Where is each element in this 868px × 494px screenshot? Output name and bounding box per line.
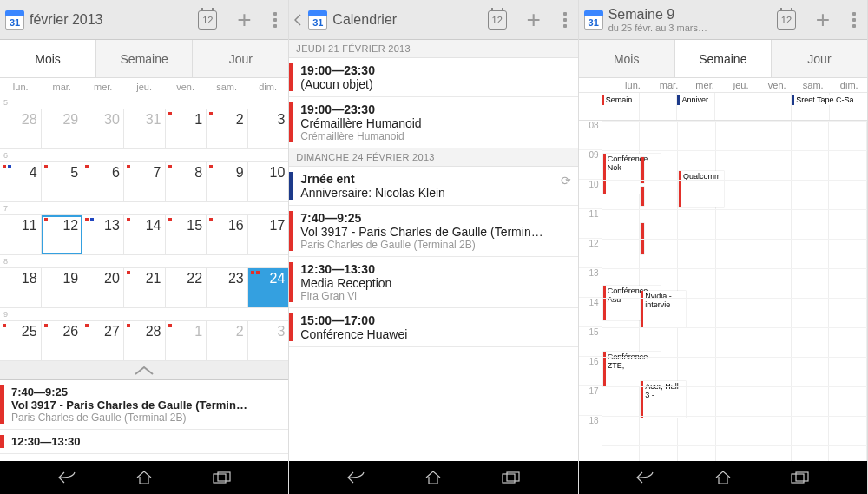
add-button[interactable]: + <box>231 6 257 34</box>
allday-cell[interactable] <box>640 93 678 120</box>
hour-label: 09 <box>579 150 602 180</box>
today-icon[interactable]: 12 <box>198 10 217 30</box>
overflow-menu-icon[interactable] <box>267 9 283 31</box>
day-cell[interactable]: 2 <box>207 321 248 360</box>
nav-back-icon[interactable] <box>634 470 656 485</box>
day-cell[interactable]: 17 <box>248 215 289 254</box>
event-item[interactable]: 19:00—23:30Crémaillère HumanoidCrémaillè… <box>289 97 577 148</box>
event-item[interactable]: 7:40—9:25Vol 3917 - Paris Charles de Gau… <box>0 380 288 430</box>
day-cell[interactable]: 13 <box>82 215 124 254</box>
today-icon[interactable]: 12 <box>777 10 796 30</box>
day-cell[interactable]: 22 <box>166 268 207 307</box>
week-col[interactable] <box>829 121 867 461</box>
day-cell[interactable]: 26 <box>42 321 83 360</box>
day-cell[interactable]: 14 <box>124 215 166 254</box>
nav-back-icon[interactable] <box>345 470 367 485</box>
calendar-icon[interactable]: 31 <box>584 10 603 30</box>
day-cell[interactable]: 24 <box>248 268 289 307</box>
day-cell[interactable]: 4 <box>0 162 42 201</box>
expand-handle[interactable] <box>0 361 288 380</box>
day-cell[interactable]: 23 <box>207 268 248 307</box>
tab-month[interactable]: Mois <box>579 40 675 77</box>
month-grid: 5282930311236456789107111213141516178181… <box>0 96 288 361</box>
allday-cell[interactable]: Anniver <box>677 93 715 120</box>
day-cell[interactable]: 6 <box>82 162 124 201</box>
hour-label: 08 <box>579 121 602 150</box>
event-item[interactable]: 19:00—23:30(Aucun objet) <box>289 58 577 97</box>
section-header: DIMANCHE 24 FÉVRIER 2013 <box>289 148 577 167</box>
day-cell[interactable]: 3 <box>248 321 289 360</box>
nav-recent-icon[interactable] <box>211 470 233 485</box>
allday-row: SemainAnniverSreet Tape C-Sa <box>579 93 867 121</box>
event-item[interactable]: 12:30—13:30Media ReceptionFira Gran Vi <box>289 257 577 308</box>
tab-day[interactable]: Jour <box>193 40 288 77</box>
nav-recent-icon[interactable] <box>789 470 812 485</box>
day-cell[interactable]: 16 <box>207 215 248 254</box>
day-cell[interactable]: 29 <box>42 109 83 148</box>
add-button[interactable]: + <box>810 6 836 34</box>
day-cell[interactable]: 19 <box>42 268 83 307</box>
week-grid: 0809101112131415161718 Conférence NokCon… <box>579 121 867 461</box>
day-cell[interactable]: 18 <box>0 268 42 307</box>
day-cell[interactable]: 1 <box>166 321 207 360</box>
week-col[interactable] <box>716 121 754 461</box>
week-col[interactable] <box>753 121 792 461</box>
day-cell[interactable]: 25 <box>0 321 42 360</box>
nav-home-icon[interactable] <box>422 470 444 485</box>
allday-cell[interactable]: Sreet Tape C-Sa <box>792 93 830 120</box>
week-event[interactable] <box>641 187 644 206</box>
day-cell[interactable]: 20 <box>82 268 124 307</box>
day-cell[interactable]: 1 <box>166 109 207 148</box>
tab-month[interactable]: Mois <box>0 40 96 77</box>
day-cell[interactable]: 27 <box>82 321 124 360</box>
week-col[interactable]: Nvidia - intervieAcer, Hall 3 - <box>640 121 678 461</box>
calendar-icon[interactable]: 31 <box>308 10 327 30</box>
header-title[interactable]: février 2013 <box>30 12 193 28</box>
day-cell[interactable]: 31 <box>124 109 166 148</box>
event-item[interactable]: 7:40—9:25Vol 3917 - Paris Charles de Gau… <box>289 206 577 257</box>
week-col[interactable]: Conférence NokConférence AsuConférence Z… <box>602 121 641 461</box>
repeat-icon: ⟳ <box>561 174 571 188</box>
allday-chip[interactable]: Anniver <box>677 95 714 105</box>
day-cell[interactable]: 10 <box>248 162 289 201</box>
tab-day[interactable]: Jour <box>772 40 867 77</box>
today-icon[interactable]: 12 <box>488 10 507 30</box>
event-item[interactable]: 12:30—13:30 <box>0 430 288 454</box>
day-cell[interactable]: 28 <box>124 321 166 360</box>
event-item[interactable]: 15:00—17:00Conférence Huawei <box>289 308 577 347</box>
day-cell[interactable]: 9 <box>207 162 248 201</box>
day-cell[interactable]: 28 <box>0 109 42 148</box>
day-cell[interactable]: 21 <box>124 268 166 307</box>
day-cell[interactable]: 30 <box>82 109 124 148</box>
day-cell[interactable]: 11 <box>0 215 42 254</box>
day-cell[interactable]: 15 <box>166 215 207 254</box>
add-button[interactable]: + <box>521 6 547 34</box>
overflow-menu-icon[interactable] <box>846 9 862 31</box>
day-cell[interactable]: 8 <box>166 162 207 201</box>
nav-home-icon[interactable] <box>712 470 734 485</box>
dow-label: sam. <box>795 78 832 92</box>
day-cell[interactable]: 12 <box>42 215 83 254</box>
nav-home-icon[interactable] <box>133 470 155 485</box>
day-cell[interactable]: 2 <box>207 109 248 148</box>
nav-back-icon[interactable] <box>56 470 78 485</box>
day-cell[interactable]: 7 <box>124 162 166 201</box>
allday-cell[interactable]: Semain <box>602 93 640 120</box>
allday-cell[interactable] <box>830 93 867 120</box>
week-col[interactable] <box>792 121 830 461</box>
overflow-menu-icon[interactable] <box>557 9 573 31</box>
allday-cell[interactable] <box>753 93 792 120</box>
tab-week[interactable]: Semaine <box>96 40 193 77</box>
back-chevron-icon[interactable] <box>294 14 303 26</box>
day-cell[interactable]: 5 <box>42 162 83 201</box>
allday-chip[interactable]: Semain <box>602 95 639 105</box>
event-item[interactable]: Jrnée entAnniversaire: Nicolas Klein⟳ <box>289 167 577 206</box>
week-col[interactable]: Qualcomm <box>678 121 716 461</box>
calendar-icon[interactable]: 31 <box>5 10 24 30</box>
allday-cell[interactable] <box>715 93 753 120</box>
tab-week[interactable]: Semaine <box>675 40 772 77</box>
header-title[interactable]: Semaine 9 <box>608 7 772 23</box>
header-title[interactable]: Calendrier <box>332 12 482 28</box>
nav-recent-icon[interactable] <box>500 470 523 485</box>
day-cell[interactable]: 3 <box>248 109 289 148</box>
